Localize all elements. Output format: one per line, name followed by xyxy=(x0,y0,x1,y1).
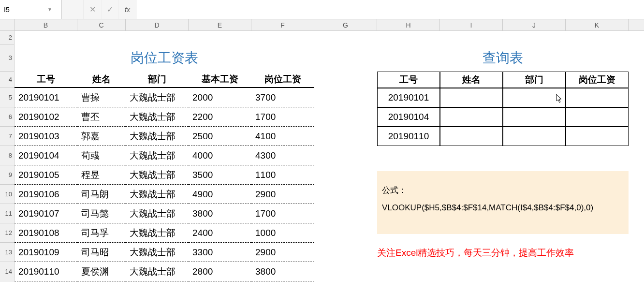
query-cell-id[interactable]: 20190101 xyxy=(377,88,440,107)
salary-cell-name[interactable]: 司马昭 xyxy=(77,243,126,262)
query-cell-name[interactable] xyxy=(440,107,503,127)
query-cell-dept[interactable] xyxy=(503,127,566,146)
formula-note-box: 公式： VLOOKUP($H5,$B$4:$F$14,MATCH(I$4,$B$… xyxy=(377,171,629,234)
col-header-E[interactable]: E xyxy=(189,19,251,30)
row-header-14[interactable]: 14 xyxy=(0,262,15,281)
salary-cell-base[interactable]: 3800 xyxy=(189,204,251,223)
salary-cell-id[interactable]: 20190103 xyxy=(15,127,77,146)
spreadsheet-grid[interactable]: B C D E F G H I J K 2 3 4 5 6 7 8 9 10 1… xyxy=(0,19,644,293)
formula-bar-spacer xyxy=(62,0,84,19)
row-header-10[interactable]: 10 xyxy=(0,185,15,204)
salary-cell-name[interactable]: 司马朗 xyxy=(77,185,126,204)
salary-cell-id[interactable]: 20190102 xyxy=(15,107,77,127)
salary-cell-id[interactable]: 20190108 xyxy=(15,223,77,243)
row-header-11[interactable]: 11 xyxy=(0,204,15,223)
row-header-9[interactable]: 9 xyxy=(0,165,15,185)
salary-cell-dept[interactable]: 大魏战士部 xyxy=(126,88,189,107)
salary-cell-id[interactable]: 20190105 xyxy=(15,165,77,185)
salary-cell-post[interactable]: 1100 xyxy=(251,165,314,185)
row-header-7[interactable]: 7 xyxy=(0,127,15,146)
salary-cell-name[interactable]: 程昱 xyxy=(77,165,126,185)
formula-input[interactable] xyxy=(136,0,644,19)
query-cell-name[interactable] xyxy=(440,88,503,107)
col-header-G[interactable]: G xyxy=(314,19,377,30)
salary-cell-post[interactable]: 2900 xyxy=(251,185,314,204)
row-header-3[interactable]: 3 xyxy=(0,44,15,72)
query-cell-id[interactable]: 20190104 xyxy=(377,107,440,127)
salary-cell-name[interactable]: 夏侯渊 xyxy=(77,262,126,281)
salary-cell-post[interactable]: 4100 xyxy=(251,127,314,146)
col-header-I[interactable]: I xyxy=(440,19,503,30)
row-header-13[interactable]: 13 xyxy=(0,243,15,262)
query-cell-dept[interactable] xyxy=(503,88,566,107)
col-header-H[interactable]: H xyxy=(377,19,440,30)
salary-cell-dept[interactable]: 大魏战士部 xyxy=(126,165,189,185)
col-header-C[interactable]: C xyxy=(77,19,126,30)
salary-cell-base[interactable]: 4900 xyxy=(189,185,251,204)
col-header-B[interactable]: B xyxy=(15,19,77,30)
fx-icon[interactable]: fx xyxy=(119,0,136,19)
row-header-5[interactable]: 5 xyxy=(0,88,15,107)
name-box-dropdown-icon[interactable]: ▼ xyxy=(47,7,52,12)
salary-cell-base[interactable]: 2400 xyxy=(189,223,251,243)
salary-cell-base[interactable]: 3500 xyxy=(189,165,251,185)
salary-cell-post[interactable]: 4300 xyxy=(251,146,314,165)
col-header-J[interactable]: J xyxy=(503,19,566,30)
salary-cell-base[interactable]: 3300 xyxy=(189,243,251,262)
formula-note-label: 公式： xyxy=(382,183,624,198)
name-box[interactable]: ▼ xyxy=(0,0,62,19)
salary-cell-dept[interactable]: 大魏战士部 xyxy=(126,243,189,262)
salary-cell-base[interactable]: 4000 xyxy=(189,146,251,165)
query-header-name: 姓名 xyxy=(440,72,503,88)
salary-cell-name[interactable]: 司马孚 xyxy=(77,223,126,243)
salary-cell-id[interactable]: 20190109 xyxy=(15,243,77,262)
salary-cell-dept[interactable]: 大魏战士部 xyxy=(126,185,189,204)
row-header-8[interactable]: 8 xyxy=(0,146,15,165)
query-cell-post[interactable] xyxy=(566,107,629,127)
salary-cell-dept[interactable]: 大魏战士部 xyxy=(126,107,189,127)
salary-cell-id[interactable]: 20190106 xyxy=(15,185,77,204)
salary-cell-post[interactable]: 3700 xyxy=(251,88,314,107)
salary-cell-post[interactable]: 1700 xyxy=(251,204,314,223)
salary-cell-post[interactable]: 2900 xyxy=(251,243,314,262)
row-header-2[interactable]: 2 xyxy=(0,31,15,44)
query-cell-post[interactable] xyxy=(566,127,629,146)
salary-cell-base[interactable]: 2500 xyxy=(189,127,251,146)
salary-cell-id[interactable]: 20190101 xyxy=(15,88,77,107)
cell-reference-input[interactable] xyxy=(4,6,47,14)
row-header-4[interactable]: 4 xyxy=(0,72,15,88)
salary-cell-dept[interactable]: 大魏战士部 xyxy=(126,204,189,223)
salary-cell-dept[interactable]: 大魏战士部 xyxy=(126,146,189,165)
salary-cell-name[interactable]: 曹操 xyxy=(77,88,126,107)
query-cell-name[interactable] xyxy=(440,127,503,146)
salary-cell-name[interactable]: 曹丕 xyxy=(77,107,126,127)
col-header-D[interactable]: D xyxy=(126,19,189,30)
query-cell-post[interactable] xyxy=(566,88,629,107)
salary-cell-base[interactable]: 2800 xyxy=(189,262,251,281)
salary-cell-base[interactable]: 2200 xyxy=(189,107,251,127)
salary-cell-name[interactable]: 荀彧 xyxy=(77,146,126,165)
salary-cell-dept[interactable]: 大魏战士部 xyxy=(126,223,189,243)
row-header-6[interactable]: 6 xyxy=(0,107,15,127)
salary-cell-base[interactable]: 2000 xyxy=(189,88,251,107)
salary-cell-dept[interactable]: 大魏战士部 xyxy=(126,127,189,146)
formula-note-text: VLOOKUP($H5,$B$4:$F$14,MATCH(I$4,$B$4:$F… xyxy=(382,200,624,216)
col-header-F[interactable]: F xyxy=(251,19,314,30)
cancel-icon[interactable]: ✕ xyxy=(84,0,102,19)
salary-cell-post[interactable]: 1000 xyxy=(251,223,314,243)
select-all-corner[interactable] xyxy=(0,19,15,30)
query-cell-dept[interactable] xyxy=(503,107,566,127)
query-cell-id[interactable]: 20190110 xyxy=(377,127,440,146)
salary-cell-name[interactable]: 司马懿 xyxy=(77,204,126,223)
salary-cell-dept[interactable]: 大魏战士部 xyxy=(126,262,189,281)
salary-cell-id[interactable]: 20190107 xyxy=(15,204,77,223)
salary-cell-id[interactable]: 20190104 xyxy=(15,146,77,165)
row-header-12[interactable]: 12 xyxy=(0,223,15,243)
col-header-K[interactable]: K xyxy=(566,19,629,30)
confirm-icon[interactable]: ✓ xyxy=(102,0,119,19)
salary-cell-id[interactable]: 20190110 xyxy=(15,262,77,281)
salary-cell-post[interactable]: 3800 xyxy=(251,262,314,281)
column-headers: B C D E F G H I J K xyxy=(0,19,644,31)
salary-cell-post[interactable]: 1700 xyxy=(251,107,314,127)
salary-cell-name[interactable]: 郭嘉 xyxy=(77,127,126,146)
